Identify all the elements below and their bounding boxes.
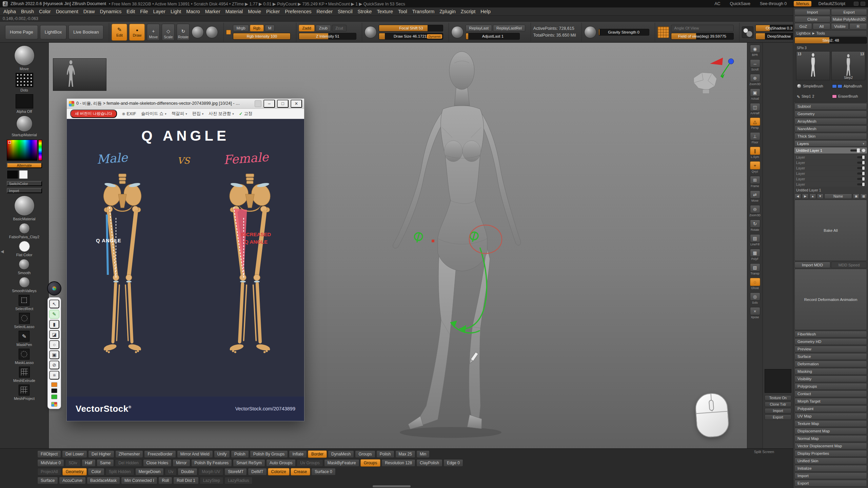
tool-section-button[interactable]: Morph Target [794,398,867,405]
selected-layer-row[interactable]: Untitled Layer 1 [794,147,867,154]
layer-visibility-icon[interactable] [862,149,865,152]
bottom-panel-button[interactable]: FillObject [37,450,61,458]
right-shelf-item[interactable]: ▦ PolyF [748,249,762,261]
menu-item[interactable]: Layer [153,9,165,14]
menu-item[interactable]: Transform [412,9,435,14]
bottom-panel-button[interactable]: Roll [158,477,172,484]
bottom-panel-button[interactable]: Edge 0 [443,459,463,467]
tool-section-button[interactable]: NanoMesh [794,125,867,132]
color-picker[interactable] [7,140,42,161]
bottom-panel-button[interactable]: Del Higher [88,450,114,458]
cursor-icon[interactable]: ↖ [49,300,59,308]
pen-icon[interactable]: ✎ [49,310,59,319]
shelf-nav-button[interactable]: Live Boolean [68,25,103,39]
m-button[interactable]: M [265,25,275,32]
menu-item[interactable]: Edit [126,9,135,14]
right-shelf-item[interactable]: ⇄ Move [748,190,762,202]
tool-section-button[interactable]: Texture Map [794,420,867,427]
tool-top-button[interactable]: Clone [794,16,830,22]
bottom-panel-button[interactable]: Close Holes [143,459,172,467]
image-viewer-window[interactable]: 0 - 비율, 리듬 > female-and-male-skeleton-di… [66,98,304,421]
tool-section-button[interactable]: Geometry HD [794,338,867,345]
menu-item[interactable]: Texture [377,9,393,14]
bottom-panel-button[interactable]: Half [82,459,96,467]
titlebar-button[interactable]: AC [712,1,723,6]
tool-section-button[interactable]: Polypaint [794,405,867,412]
menu-item[interactable]: Zscript [461,9,476,14]
bottom-panel-button[interactable]: Mirror [173,459,190,467]
right-shelf-item[interactable]: ▤ LineFill [748,234,762,246]
switch-color-button[interactable]: SwitchColor [7,181,42,186]
current-tool-thumbnail[interactable]: 13 [796,51,830,80]
layer-row-slider[interactable] [857,178,865,180]
highlighter-icon[interactable]: ▮ [49,320,59,329]
zadd-button[interactable]: Zadd [299,25,314,32]
tool-section-button[interactable]: Thick Skin [794,133,867,140]
bottom-panel-button[interactable]: LazyRadius [224,477,253,484]
right-shelf-item[interactable]: ↻ Rotate [748,220,762,231]
left-shelf-item[interactable]: Dots [16,73,33,92]
swatch-orange[interactable] [51,382,57,387]
menu-item[interactable]: Help [480,9,491,14]
tool-section-button[interactable]: Geometry [794,110,867,117]
layer-row[interactable]: Layer [794,155,867,160]
bottom-panel-button[interactable]: Del Lower [62,450,87,458]
layer-row-slider[interactable] [857,162,865,164]
titlebar-button[interactable]: QuickSave [728,1,753,6]
menu-item[interactable]: Dynamics [100,9,122,14]
close-button[interactable] [291,100,302,108]
bottom-panel-button[interactable]: AccuCurve [59,477,86,484]
swatch-black[interactable] [51,388,57,393]
saturation-value-square[interactable] [7,140,37,161]
bottom-panel-button[interactable]: Mirror And Weld [177,450,213,458]
tool-section-button[interactable]: Surface [794,353,867,360]
tool-section-button[interactable]: Polygroups [794,383,867,390]
bottom-panel-button[interactable]: SDiv [65,459,80,467]
left-shelf-item[interactable]: Alpha Off [16,94,33,114]
bottom-panel-button[interactable]: DelMT [248,468,267,475]
material-item[interactable]: FabioPaiva_Clay2 [9,223,39,239]
menu-item[interactable]: Stencil [338,9,353,14]
titlebar-button[interactable]: Menus [794,1,811,6]
mrgb-button[interactable]: Mrgb [233,25,249,32]
import-mdd-button[interactable]: Import MDD [794,262,830,268]
minimize-button[interactable] [263,100,275,108]
adjust-last-slider[interactable]: AdjustLast 1 [466,33,520,40]
tool-section-button[interactable]: Displacement Map [794,428,867,434]
right-shelf-item[interactable]: ⊖ Zoom3D [748,205,762,217]
tool-section-button[interactable]: Export [794,480,867,487]
bottom-panel-button[interactable]: MaskByFeature [324,459,359,467]
bottom-panel-button[interactable]: Surface 0 [311,468,335,475]
bottom-panel-button[interactable]: DynaMesh [328,450,354,458]
right-shelf-item[interactable]: ◌ Ghost [748,278,762,290]
right-shelf-item[interactable]: ∥ L.Sym [748,147,762,159]
import-color-button[interactable]: Import [7,188,42,193]
viewer-menu-item[interactable]: 책갈피 [172,111,187,117]
lightbox-tools-row[interactable]: Lightbox ► Tools [794,30,867,36]
layer-row[interactable]: Layer [794,182,867,187]
replay-last-rel-button[interactable]: ReplayLastRel [493,25,525,32]
menu-item[interactable]: Zplugin [439,9,456,14]
bottom-panel-button[interactable]: Uv Groups [297,459,323,467]
menu-item[interactable]: Stroke [358,9,372,14]
tool-top-button[interactable]: GoZ [794,23,812,29]
right-shelf-item[interactable]: ◎ Solo [748,292,762,304]
material-item[interactable]: BasicMaterial [13,196,35,221]
bottom-panel-button[interactable]: Groups [355,450,375,458]
bottom-panel-button[interactable]: Uv [165,468,177,475]
bottom-panel-button[interactable]: Inflate [289,450,307,458]
focal-shift-knob-icon[interactable] [364,26,377,38]
right-shelf-item[interactable]: × Xpose [748,307,762,319]
bottom-panel-button[interactable]: Geometry [62,468,87,475]
layer-delete-button[interactable] [860,194,867,199]
dynamic-badge[interactable]: Dynamic [427,34,442,39]
capture-icon[interactable]: ▣ [49,350,59,359]
material-item[interactable]: Smooth [18,259,31,275]
bottom-panel-button[interactable]: Double [178,468,197,475]
titlebar-button[interactable]: See-through 0 [757,1,789,6]
edit-button[interactable]: Edit [112,24,127,41]
tool-top-button[interactable]: R [849,23,867,29]
bottom-panel-button[interactable]: Split Hidden [105,468,134,475]
layer-row-slider[interactable] [857,156,865,158]
right-shelf-item[interactable]: ◫ AAHalf [748,103,762,115]
